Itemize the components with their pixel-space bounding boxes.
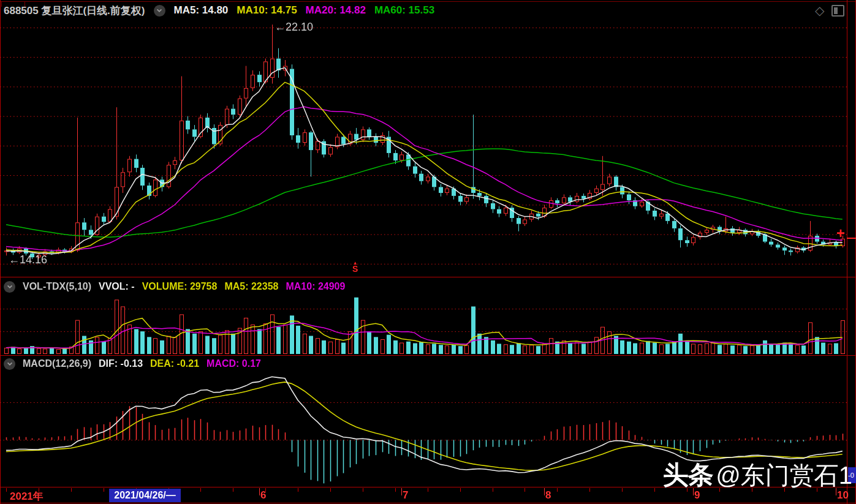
macd-header: MACD(12,26,9) DIF: -0.13 DEA: -0.21 MACD… <box>4 357 261 370</box>
low-annotation: ←14.16 <box>9 254 47 266</box>
chevron-down-icon <box>6 360 13 367</box>
collapse-macd-button[interactable] <box>4 358 15 370</box>
dividend-marker: ▲ S <box>352 261 358 273</box>
collapse-volume-button[interactable] <box>4 281 15 293</box>
volume-value: VOLUME: 29758 <box>142 281 218 292</box>
chevron-down-icon <box>156 7 163 14</box>
month-label: 6 <box>260 489 266 502</box>
ma10-value: MA10: 14.75 <box>237 4 297 17</box>
ma60-value: MA60: 15.53 <box>374 4 434 17</box>
main-header: 688505 复旦张江(日线.前复权) MA5: 14.80 MA10: 14.… <box>4 3 434 18</box>
stock-title: 688505 复旦张江(日线.前复权) <box>4 4 145 18</box>
volume-ma10-value: MA10: 24909 <box>286 281 345 292</box>
ma5-value: MA5: 14.80 <box>174 4 229 17</box>
macd-value: MACD: 0.17 <box>206 358 261 369</box>
current-price-tick <box>847 238 856 239</box>
window-controls: ◇ <box>815 4 844 17</box>
watermark-handle: @东门赏石1 <box>716 462 852 489</box>
dif-value: DIF: -0.13 <box>99 358 143 369</box>
volume-indicator-title: VOL-TDX(5,10) <box>23 281 91 292</box>
volume-ma5-value: MA5: 22358 <box>224 281 278 292</box>
main-chart-canvas[interactable] <box>0 18 847 277</box>
dea-value: DEA: -0.21 <box>150 358 199 369</box>
chevron-down-icon <box>6 283 13 290</box>
vvol-value: VVOL: - <box>99 281 135 292</box>
separator-volume-macd <box>0 355 856 356</box>
separator-main-volume <box>0 277 856 277</box>
selected-date-badge: 2021/04/26/— <box>109 489 181 502</box>
volume-chart-canvas[interactable] <box>0 295 847 354</box>
top-border <box>0 1 856 2</box>
diamond-icon[interactable]: ◇ <box>815 4 824 17</box>
current-price-marker: + <box>836 226 845 241</box>
watermark-brand: 头条 <box>663 461 713 489</box>
watermark: 头条 @东门赏石1 <box>663 458 852 492</box>
month-label: 8 <box>545 489 551 502</box>
month-label: 7 <box>403 489 408 502</box>
macd-indicator-title: MACD(12,26,9) <box>23 358 91 369</box>
collapse-main-button[interactable] <box>154 5 165 17</box>
dividend-s-label: S <box>352 265 358 273</box>
volume-header: VOL-TDX(5,10) VVOL: - VOLUME: 29758 MA5:… <box>4 280 345 293</box>
layout-panel-icon[interactable] <box>831 5 844 17</box>
top-tick-left <box>1 1 2 7</box>
ma20-value: MA20: 14.82 <box>306 4 366 17</box>
year-label: 2021年 <box>10 489 44 503</box>
high-annotation: ←22.10 <box>275 21 313 34</box>
